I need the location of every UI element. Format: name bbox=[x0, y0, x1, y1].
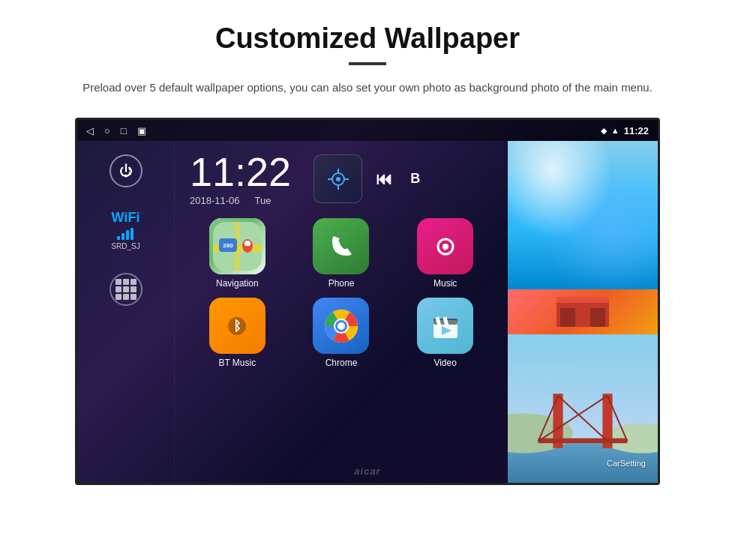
carsetting-label: CarSetting bbox=[607, 459, 646, 468]
screenshot-nav-icon: ▣ bbox=[137, 125, 146, 136]
video-icon bbox=[417, 298, 473, 354]
left-sidebar: ⏻ WiFi SRD_SJ bbox=[77, 141, 175, 483]
svg-point-12 bbox=[244, 241, 250, 247]
svg-rect-38 bbox=[538, 439, 628, 444]
k-label: ⏮ bbox=[371, 169, 397, 189]
chrome-label: Chrome bbox=[326, 358, 358, 368]
svg-text:♪: ♪ bbox=[442, 241, 448, 253]
svg-text:280: 280 bbox=[223, 242, 233, 249]
clock-date: 2018-11-06 bbox=[190, 195, 240, 206]
clock-day: Tue bbox=[255, 195, 272, 206]
video-svg bbox=[429, 310, 462, 343]
phone-icon bbox=[313, 218, 369, 274]
right-photos-panel: CarSetting bbox=[508, 141, 658, 483]
status-bar-nav-icons: ◁ ○ □ ▣ bbox=[86, 125, 146, 136]
power-button[interactable]: ⏻ bbox=[110, 154, 142, 187]
main-content: ⏻ WiFi SRD_SJ bbox=[77, 141, 658, 483]
status-time: 11:22 bbox=[624, 125, 649, 136]
chrome-icon bbox=[313, 298, 369, 354]
wifi-bar-4 bbox=[130, 228, 134, 240]
btmusic-app[interactable]: ᛒ BT Music bbox=[190, 298, 285, 368]
wifi-network-name: SRD_SJ bbox=[111, 242, 140, 250]
music-label: Music bbox=[434, 278, 457, 289]
status-bar: ◁ ○ □ ▣ ◆ ▲ 11:22 bbox=[77, 120, 658, 141]
clock-time: 11:22 bbox=[190, 151, 291, 192]
svg-point-22 bbox=[338, 322, 345, 330]
back-nav-icon: ◁ bbox=[86, 125, 94, 136]
music-app[interactable]: ♪ Music bbox=[398, 218, 493, 289]
video-app[interactable]: Video bbox=[398, 298, 493, 368]
status-bar-right: ◆ ▲ 11:22 bbox=[601, 125, 649, 136]
chrome-app[interactable]: Chrome bbox=[294, 298, 389, 368]
phone-app[interactable]: Phone bbox=[294, 218, 389, 289]
signal-app-icon[interactable] bbox=[314, 154, 362, 203]
mid-photo-art bbox=[553, 293, 613, 331]
page-title: Customized Wallpaper bbox=[215, 22, 520, 55]
recent-nav-icon: □ bbox=[121, 125, 127, 136]
wifi-bar-1 bbox=[117, 236, 120, 240]
wifi-label: WiFi bbox=[112, 210, 140, 226]
btmusic-svg: ᛒ bbox=[222, 311, 252, 341]
glacier-photo bbox=[508, 141, 658, 289]
phone-svg bbox=[326, 232, 356, 262]
wifi-bars bbox=[117, 228, 134, 240]
svg-rect-31 bbox=[590, 308, 605, 327]
map-svg: 280 bbox=[213, 222, 262, 271]
antenna-icon bbox=[325, 166, 352, 193]
svg-rect-29 bbox=[556, 297, 609, 303]
wifi-widget: WiFi SRD_SJ bbox=[111, 210, 140, 250]
power-icon: ⏻ bbox=[119, 163, 133, 179]
glacier-art bbox=[508, 141, 658, 289]
phone-label: Phone bbox=[328, 278, 355, 289]
chrome-svg bbox=[322, 307, 361, 346]
apps-grid-icon bbox=[116, 279, 136, 300]
android-screen: ◁ ○ □ ▣ ◆ ▲ 11:22 ⏻ WiFi bbox=[75, 118, 660, 485]
page-description: Preload over 5 default wallpaper options… bbox=[82, 79, 652, 97]
wifi-icon: ▲ bbox=[611, 126, 620, 135]
navigation-icon: 280 bbox=[209, 218, 266, 274]
music-svg: ♪ bbox=[430, 231, 461, 262]
btmusic-label: BT Music bbox=[218, 358, 256, 368]
clock-date-row: 2018-11-06 Tue bbox=[190, 195, 271, 206]
top-icons: ⏮ B bbox=[314, 154, 424, 203]
btmusic-icon: ᛒ bbox=[209, 298, 266, 354]
clock-section: 11:22 2018-11-06 Tue bbox=[182, 151, 500, 206]
center-area: 11:22 2018-11-06 Tue bbox=[175, 141, 508, 483]
svg-point-1 bbox=[336, 177, 340, 181]
navigation-app[interactable]: 280 Navigation bbox=[190, 218, 285, 289]
svg-text:ᛒ: ᛒ bbox=[233, 319, 242, 334]
app-grid: 280 Navigation bbox=[182, 218, 500, 368]
video-label: Video bbox=[434, 358, 456, 368]
music-icon: ♪ bbox=[417, 218, 473, 274]
wifi-bar-2 bbox=[122, 233, 124, 240]
wifi-bar-3 bbox=[126, 230, 129, 240]
watermark: aicar bbox=[354, 466, 380, 477]
mid-photo bbox=[508, 289, 658, 334]
location-icon: ◆ bbox=[601, 126, 607, 136]
apps-grid-button[interactable] bbox=[110, 273, 142, 306]
home-nav-icon: ○ bbox=[104, 125, 110, 136]
title-divider bbox=[349, 62, 386, 65]
navigation-label: Navigation bbox=[216, 278, 259, 289]
svg-rect-30 bbox=[560, 308, 575, 327]
b-label: B bbox=[406, 171, 424, 187]
clock-display: 11:22 2018-11-06 Tue bbox=[190, 151, 291, 206]
